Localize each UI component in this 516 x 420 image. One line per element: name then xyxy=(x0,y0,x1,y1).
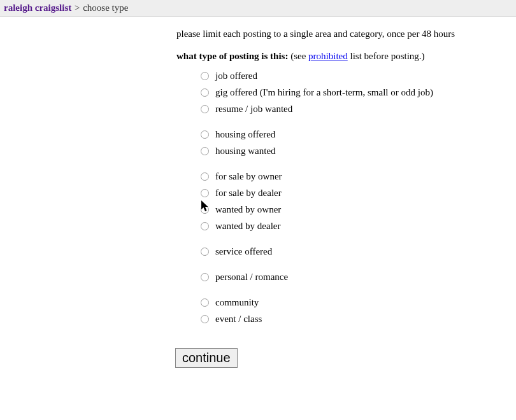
posting-type-radio[interactable] xyxy=(201,206,209,214)
posting-type-label[interactable]: wanted by owner xyxy=(215,203,281,216)
posting-type-radio[interactable] xyxy=(201,88,209,97)
posting-type-prompt: what type of posting is this: (see prohi… xyxy=(176,51,516,62)
posting-type-label[interactable]: service offered xyxy=(215,245,272,258)
option-group: job offeredgig offered (I'm hiring for a… xyxy=(201,69,516,115)
prompt-after-link: list before posting.) xyxy=(348,51,425,61)
posting-type-label[interactable]: for sale by dealer xyxy=(215,186,282,199)
posting-type-radio[interactable] xyxy=(201,130,209,139)
posting-type-option[interactable]: wanted by owner xyxy=(201,203,516,216)
breadcrumb: raleigh craigslist > choose type xyxy=(0,0,516,17)
breadcrumb-current: choose type xyxy=(83,3,128,13)
posting-type-options: job offeredgig offered (I'm hiring for a… xyxy=(176,69,516,325)
posting-type-radio[interactable] xyxy=(201,273,209,281)
posting-type-option[interactable]: resume / job wanted xyxy=(201,102,516,115)
option-group: housing offeredhousing wanted xyxy=(201,128,516,157)
posting-type-option[interactable]: gig offered (I'm hiring for a short-term… xyxy=(201,86,516,99)
posting-type-radio[interactable] xyxy=(201,172,209,181)
posting-type-option[interactable]: for sale by dealer xyxy=(201,186,516,199)
prompt-before-link: (see xyxy=(288,51,308,61)
posting-type-option[interactable]: personal / romance xyxy=(201,270,516,283)
posting-type-label[interactable]: job offered xyxy=(215,69,257,82)
posting-type-label[interactable]: wanted by dealer xyxy=(215,220,280,232)
breadcrumb-site-link[interactable]: raleigh craigslist xyxy=(4,3,71,13)
option-group: communityevent / class xyxy=(201,296,516,325)
posting-type-radio[interactable] xyxy=(201,298,209,307)
posting-type-label[interactable]: personal / romance xyxy=(215,270,288,283)
posting-type-option[interactable]: housing wanted xyxy=(201,144,516,157)
option-group: personal / romance xyxy=(201,270,516,283)
posting-type-label[interactable]: housing offered xyxy=(215,128,275,141)
posting-type-radio[interactable] xyxy=(201,147,209,155)
posting-type-label[interactable]: community xyxy=(215,296,259,309)
posting-type-radio[interactable] xyxy=(201,315,209,323)
posting-type-option[interactable]: service offered xyxy=(201,245,516,258)
prohibited-link[interactable]: prohibited xyxy=(308,51,348,61)
continue-button[interactable]: continue xyxy=(175,348,238,368)
posting-type-option[interactable]: event / class xyxy=(201,312,516,325)
posting-type-label[interactable]: for sale by owner xyxy=(215,170,282,183)
posting-type-label[interactable]: event / class xyxy=(215,312,262,325)
posting-type-label[interactable]: housing wanted xyxy=(215,144,276,157)
posting-type-option[interactable]: for sale by owner xyxy=(201,170,516,183)
posting-type-option[interactable]: job offered xyxy=(201,69,516,82)
posting-type-radio[interactable] xyxy=(201,72,209,80)
limit-note: please limit each posting to a single ar… xyxy=(176,29,516,39)
posting-type-option[interactable]: housing offered xyxy=(201,128,516,141)
posting-type-radio[interactable] xyxy=(201,189,209,197)
posting-type-option[interactable]: community xyxy=(201,296,516,309)
content: please limit each posting to a single ar… xyxy=(0,17,516,368)
option-group: service offered xyxy=(201,245,516,258)
option-group: for sale by ownerfor sale by dealerwante… xyxy=(201,170,516,232)
posting-type-label[interactable]: resume / job wanted xyxy=(215,102,292,115)
posting-type-label[interactable]: gig offered (I'm hiring for a short-term… xyxy=(215,86,433,99)
posting-type-radio[interactable] xyxy=(201,105,209,113)
posting-type-radio[interactable] xyxy=(201,248,209,256)
posting-type-radio[interactable] xyxy=(201,222,209,230)
breadcrumb-separator: > xyxy=(75,3,80,13)
posting-type-option[interactable]: wanted by dealer xyxy=(201,220,516,232)
prompt-bold: what type of posting is this: xyxy=(176,51,288,61)
